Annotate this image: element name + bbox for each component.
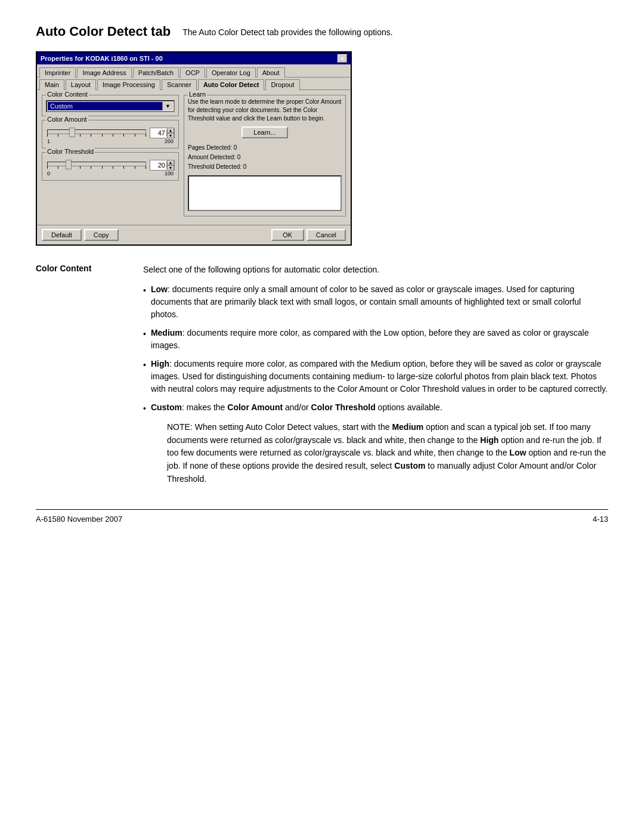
footer-right-buttons: OK Cancel <box>271 229 346 241</box>
color-threshold-ticks <box>46 166 147 169</box>
color-content-term: Color Content <box>36 264 143 273</box>
left-panel: Color Content Custom ▼ Color Amount <box>42 95 179 220</box>
color-threshold-label: Color Threshold <box>46 148 95 155</box>
properties-dialog: Properties for KODAK i1860 on STI - 00 ×… <box>36 51 352 246</box>
bullet-medium-text: Medium: documents require more color, as… <box>151 327 608 352</box>
learn-group-label: Learn <box>188 91 207 98</box>
page-header: Auto Color Detect tab The Auto Color Det… <box>36 24 608 39</box>
bullet-custom-text: Custom: makes the Color Amount and/or Co… <box>151 401 442 414</box>
color-content-description: Select one of the following options for … <box>143 264 608 276</box>
dialog-title: Properties for KODAK i1860 on STI - 00 <box>41 55 163 62</box>
right-panel: Learn Use the learn mode to determine th… <box>184 95 346 220</box>
note-block: NOTE: When setting Auto Color Detect val… <box>167 421 608 485</box>
dialog-footer: Default Copy OK Cancel <box>37 225 351 244</box>
color-threshold-range-labels: 0 100 <box>46 171 175 176</box>
tab-image-processing[interactable]: Image Processing <box>97 79 160 90</box>
tab-operator-log[interactable]: Operator Log <box>206 67 256 78</box>
color-threshold-up[interactable]: ▲ <box>167 160 174 165</box>
threshold-detected: Threshold Detected: 0 <box>188 162 342 172</box>
content-section: Color Content Select one of the followin… <box>36 264 608 485</box>
color-threshold-slider-container <box>46 162 147 169</box>
color-threshold-value: 20 <box>150 162 167 169</box>
color-content-row: Color Content Select one of the followin… <box>36 264 608 276</box>
page-header-desc: The Auto Color Detect tab provides the f… <box>182 24 393 37</box>
learn-textarea[interactable] <box>188 175 342 211</box>
color-amount-arrows: ▲ ▼ <box>167 128 174 138</box>
bullet-low: • Low: documents require only a small am… <box>143 283 608 321</box>
tab-auto-color-detect[interactable]: Auto Color Detect <box>198 79 265 90</box>
color-amount-down[interactable]: ▼ <box>167 133 174 138</box>
color-content-group-label: Color Content <box>46 91 89 98</box>
color-threshold-thumb[interactable] <box>66 160 72 169</box>
learn-stats: Pages Detected: 0 Amount Detected: 0 Thr… <box>188 143 342 172</box>
learn-group: Learn Use the learn mode to determine th… <box>184 95 346 216</box>
bullet-high: • High: documents require more color, as… <box>143 358 608 395</box>
tabs-row-2: Main Layout Image Processing Scanner Aut… <box>37 78 351 90</box>
tab-ocp[interactable]: OCP <box>180 67 205 78</box>
color-threshold-arrows: ▲ ▼ <box>167 160 174 171</box>
footer-left-text: A-61580 November 2007 <box>36 515 122 524</box>
bullet-dot-medium: • <box>143 328 146 340</box>
color-amount-ticks <box>46 134 147 137</box>
color-amount-up[interactable]: ▲ <box>167 128 174 133</box>
learn-description: Use the learn mode to determine the prop… <box>188 98 342 123</box>
note-text: NOTE: When setting Auto Color Detect val… <box>167 422 606 484</box>
cancel-button[interactable]: Cancel <box>306 229 346 241</box>
close-button[interactable]: × <box>338 54 347 63</box>
footer-right-text: 4-13 <box>593 515 608 524</box>
color-content-value[interactable]: Custom <box>48 102 162 110</box>
titlebar-buttons: × <box>338 54 347 63</box>
footer-left-buttons: Default Copy <box>42 229 119 241</box>
color-amount-range-labels: 1 200 <box>46 138 175 144</box>
color-threshold-max: 100 <box>165 171 174 176</box>
default-button[interactable]: Default <box>42 229 82 241</box>
bullet-high-text: High: documents require more color, as c… <box>151 358 608 395</box>
color-threshold-spinner[interactable]: 20 ▲ ▼ <box>150 160 175 171</box>
bullet-medium: • Medium: documents require more color, … <box>143 327 608 352</box>
color-threshold-min: 0 <box>47 171 50 176</box>
dialog-titlebar: Properties for KODAK i1860 on STI - 00 × <box>37 52 351 64</box>
dialog-body: Color Content Custom ▼ Color Amount <box>37 90 351 225</box>
pages-detected: Pages Detected: 0 <box>188 143 342 153</box>
tab-about[interactable]: About <box>257 67 285 78</box>
color-amount-min: 1 <box>47 138 50 144</box>
learn-button[interactable]: Learn... <box>242 126 287 138</box>
amount-detected: Amount Detected: 0 <box>188 153 342 162</box>
color-amount-track[interactable] <box>47 129 146 134</box>
color-content-group: Color Content Custom ▼ <box>42 95 179 116</box>
color-amount-thumb[interactable] <box>69 128 75 137</box>
bullet-dot-custom: • <box>143 402 146 415</box>
color-threshold-down[interactable]: ▼ <box>167 165 174 171</box>
tab-imprinter[interactable]: Imprinter <box>39 67 76 78</box>
bullet-dot-high: • <box>143 359 146 371</box>
ok-button[interactable]: OK <box>271 229 304 241</box>
bullet-low-text: Low: documents require only a small amou… <box>151 283 608 321</box>
color-content-dropdown-arrow[interactable]: ▼ <box>162 102 173 110</box>
tab-main[interactable]: Main <box>39 79 64 90</box>
color-threshold-group: Color Threshold 20 <box>42 152 179 181</box>
tab-layout[interactable]: Layout <box>66 79 96 90</box>
color-amount-slider-container <box>46 129 147 137</box>
bullet-dot-low: • <box>143 284 146 297</box>
color-amount-value: 47 <box>150 129 167 137</box>
tab-image-address[interactable]: Image Address <box>77 67 131 78</box>
page-title: Auto Color Detect tab <box>36 24 171 39</box>
tabs-row-1: Imprinter Image Address Patch/Batch OCP … <box>37 64 351 78</box>
color-amount-label: Color Amount <box>46 116 88 123</box>
bullet-custom: • Custom: makes the Color Amount and/or … <box>143 401 608 415</box>
color-amount-group: Color Amount 47 <box>42 120 179 148</box>
page-footer: A-61580 November 2007 4-13 <box>36 509 608 524</box>
color-amount-spinner[interactable]: 47 ▲ ▼ <box>150 128 175 138</box>
copy-button[interactable]: Copy <box>84 229 119 241</box>
bullet-list: • Low: documents require only a small am… <box>143 283 608 415</box>
tab-scanner[interactable]: Scanner <box>162 79 197 90</box>
tab-dropout[interactable]: Dropout <box>265 79 299 90</box>
tab-patch-batch[interactable]: Patch/Batch <box>133 67 179 78</box>
color-amount-max: 200 <box>165 138 174 144</box>
color-threshold-track[interactable] <box>47 162 146 166</box>
